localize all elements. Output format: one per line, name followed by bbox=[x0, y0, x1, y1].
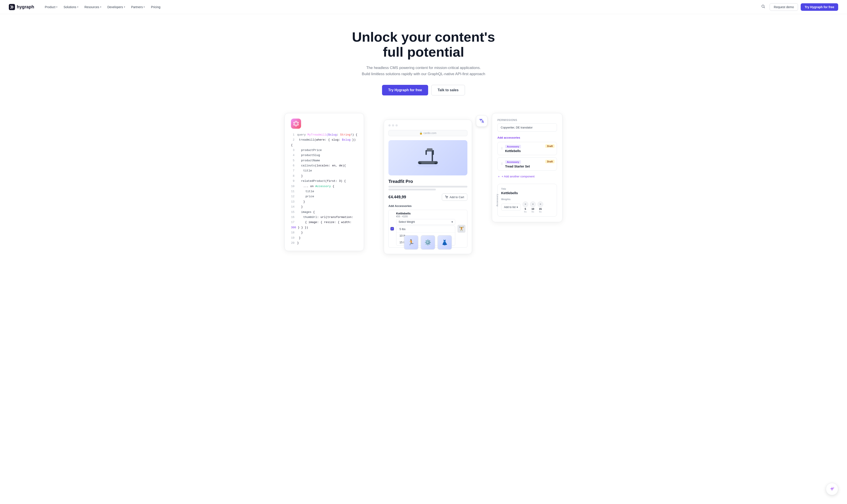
url-bar: 🔒 cardio.com bbox=[388, 130, 467, 136]
svg-rect-24 bbox=[419, 161, 436, 163]
product-price-row: €4.449,99 Add to Cart bbox=[388, 194, 467, 201]
hero-title: Unlock your content's full potential bbox=[333, 30, 514, 59]
developers-chevron-icon: ▾ bbox=[124, 6, 125, 8]
nav-links: Product ▾ Solutions ▾ Resources ▾ Develo… bbox=[42, 3, 759, 11]
nav-solutions[interactable]: Solutions ▾ bbox=[61, 3, 81, 11]
cms-accessory-item-1: ⠿ Accessory Kettlebells Draft bbox=[497, 142, 557, 155]
nav-resources[interactable]: Resources ▾ bbox=[82, 3, 104, 11]
svg-rect-21 bbox=[427, 148, 433, 151]
partners-chevron-icon: ▾ bbox=[143, 6, 145, 8]
nav-partners[interactable]: Partners ▾ bbox=[128, 3, 148, 11]
weight-select[interactable]: Select Weight ▾ bbox=[396, 219, 455, 225]
add-to-list-button[interactable]: Add to list ▾ bbox=[501, 204, 521, 211]
weight-circle-5: ✕ bbox=[522, 201, 528, 207]
accessory-detail-card: Accessory Title Kettlebells Weights Add … bbox=[497, 184, 557, 217]
card-dots bbox=[388, 124, 467, 126]
svg-point-1 bbox=[762, 5, 764, 7]
product-name: Treadfit Pro bbox=[388, 179, 467, 184]
svg-point-25 bbox=[446, 198, 447, 198]
add-to-cart-button[interactable]: Add to Cart bbox=[442, 194, 467, 201]
acc-checkbox[interactable]: ✓ bbox=[391, 227, 394, 231]
cms-accessory-item-2: ⠿ Accessory Tread Starter Set Draft bbox=[497, 157, 557, 170]
hero-subtitle: The headless CMS powering content for mi… bbox=[333, 65, 514, 77]
hero-section: Unlock your content's full potential The… bbox=[324, 14, 523, 113]
try-free-button[interactable]: Try Hygraph for free bbox=[801, 3, 838, 11]
nav-pricing[interactable]: Pricing bbox=[148, 3, 163, 11]
cms-item-2-name: Tread Starter Set bbox=[505, 165, 554, 168]
nav-product[interactable]: Product ▾ bbox=[42, 3, 60, 11]
cms-item-1-name: Kettlebells bbox=[505, 149, 554, 153]
solutions-chevron-icon: ▾ bbox=[77, 6, 78, 8]
weights-field-label: Weights bbox=[501, 198, 553, 200]
product-card-wrap: 🔒 cardio.com bbox=[364, 113, 492, 254]
product-image-area bbox=[388, 140, 467, 176]
hero-buttons: Try Hygraph for free Talk to sales bbox=[333, 85, 514, 95]
permissions-value: Copywriter, DE translator bbox=[497, 123, 557, 131]
showcase-section: 1query MyTreadmill($slug: String!) { 2tr… bbox=[280, 113, 567, 267]
weight-chip-15: ✕ 15 lbs bbox=[538, 201, 543, 213]
weight-circle-10: ✕ bbox=[530, 201, 536, 207]
weight-label-15: 15 bbox=[539, 208, 542, 210]
search-button[interactable] bbox=[759, 3, 767, 11]
navigation: hygraph Product ▾ Solutions ▾ Resources … bbox=[0, 0, 847, 14]
product-desc-lines bbox=[388, 186, 467, 191]
acc-name: Kettlebells bbox=[396, 212, 455, 215]
desc-line-1 bbox=[388, 186, 467, 187]
add-accessories-label: Add accessories bbox=[497, 136, 557, 139]
acc-image: 🏋️ bbox=[457, 225, 465, 233]
logo[interactable]: hygraph bbox=[9, 4, 34, 10]
translate-badge bbox=[476, 115, 487, 127]
thumb-2[interactable]: ⚙️ bbox=[421, 235, 435, 250]
nav-actions: Request demo Try Hygraph for free bbox=[759, 3, 838, 11]
accessory-side-label: Accessory bbox=[496, 194, 499, 206]
resources-chevron-icon: ▾ bbox=[100, 6, 101, 8]
product-price: €4.449,99 bbox=[388, 195, 406, 199]
cms-panel: Permissions Copywriter, DE translator Ad… bbox=[492, 113, 563, 222]
weights-row: Add to list ▾ ✕ 5 lbs ✕ 10 lbs ✕ 15 lbs bbox=[501, 201, 553, 213]
cms-item-1-tag: Accessory bbox=[505, 145, 521, 148]
plus-icon: ＋ bbox=[497, 175, 500, 179]
accessories-title: Add Accessories bbox=[388, 204, 467, 208]
nav-developers[interactable]: Developers ▾ bbox=[105, 3, 128, 11]
weight-unit-10: lbs bbox=[532, 211, 534, 213]
sparkle-button[interactable] bbox=[826, 483, 838, 495]
logo-text: hygraph bbox=[17, 4, 34, 10]
cms-item-2-tag: Accessory bbox=[505, 160, 521, 164]
thumb-1[interactable]: 🏃 bbox=[404, 235, 418, 250]
hero-cta-button[interactable]: Try Hygraph for free bbox=[382, 85, 428, 95]
product-card: 🔒 cardio.com bbox=[384, 120, 472, 254]
dot-3 bbox=[396, 124, 398, 126]
add-component-button[interactable]: ＋ + Add another component bbox=[497, 173, 557, 180]
weight-chip-10: ✕ 10 lbs bbox=[530, 201, 536, 213]
svg-rect-19 bbox=[426, 150, 427, 155]
drag-handle-icon[interactable]: ⠿ bbox=[501, 147, 503, 150]
weight-option-5[interactable]: 5 lbs bbox=[396, 226, 455, 233]
cms-item-1-status: Draft bbox=[545, 144, 554, 148]
title-field-label: Title bbox=[501, 187, 553, 190]
weight-unit-5: lbs bbox=[524, 211, 527, 213]
weight-circle-15: ✕ bbox=[538, 201, 543, 207]
dot-1 bbox=[388, 124, 391, 126]
permissions-label: Permissions bbox=[497, 119, 557, 122]
url-lock-icon: 🔒 bbox=[419, 131, 422, 134]
product-thumbnails: 🏃 ⚙️ 👗 bbox=[404, 235, 452, 250]
cms-item-2-status: Draft bbox=[545, 160, 554, 163]
request-demo-button[interactable]: Request demo bbox=[770, 3, 798, 11]
weight-chip-5: ✕ 5 lbs bbox=[522, 201, 528, 213]
svg-point-26 bbox=[447, 198, 448, 198]
svg-rect-20 bbox=[433, 150, 434, 155]
code-panel: 1query MyTreadmill($slug: String!) { 2tr… bbox=[284, 113, 364, 251]
weight-chevron-icon: ▾ bbox=[451, 220, 453, 223]
svg-point-15 bbox=[417, 164, 439, 167]
add-list-chevron-icon: ▾ bbox=[517, 205, 518, 209]
weight-label-10: 10 bbox=[532, 208, 534, 210]
weight-unit-15: lbs bbox=[539, 211, 542, 213]
treadmill-image bbox=[414, 143, 442, 172]
thumb-3[interactable]: 👗 bbox=[437, 235, 452, 250]
hero-talk-button[interactable]: Talk to sales bbox=[431, 85, 465, 95]
weight-label-5: 5 bbox=[525, 208, 526, 210]
product-chevron-icon: ▾ bbox=[56, 6, 57, 8]
title-field-value: Kettlebells bbox=[501, 191, 553, 195]
drag-handle-icon-2[interactable]: ⠿ bbox=[501, 162, 503, 166]
graphql-badge bbox=[291, 119, 301, 129]
